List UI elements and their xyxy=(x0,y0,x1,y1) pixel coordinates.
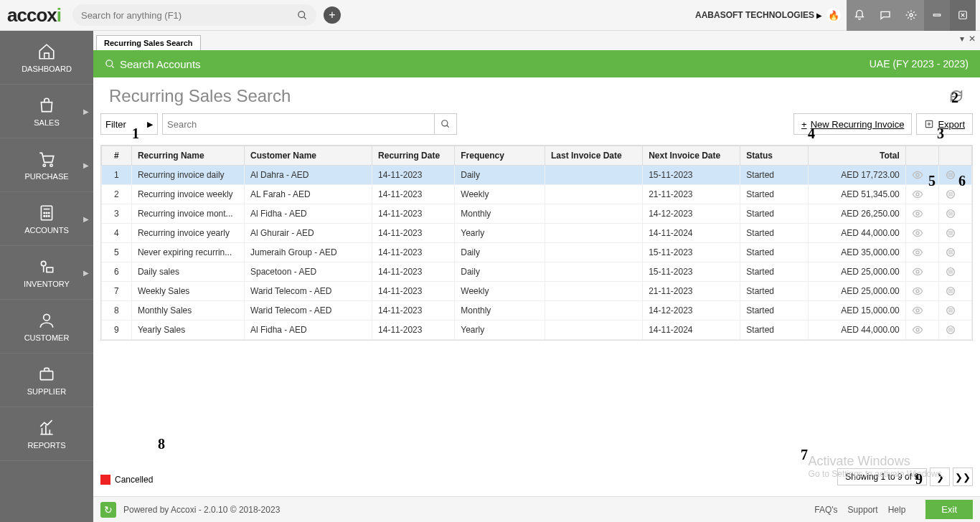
filter-search-input[interactable] xyxy=(167,119,413,130)
tab-close-icon[interactable]: ✕ xyxy=(969,34,976,44)
global-search-input[interactable] xyxy=(81,10,297,21)
svg-rect-35 xyxy=(948,195,953,196)
more-icon[interactable] xyxy=(938,262,971,282)
tab-recurring-sales-search[interactable]: Recurring Sales Search xyxy=(96,35,201,50)
table-row[interactable]: 3Recurring invoice mont...Al Fidha - AED… xyxy=(102,204,972,224)
table-row[interactable]: 1Recurring invoice dailyAl Dahra - AED14… xyxy=(102,166,972,185)
view-icon[interactable] xyxy=(905,321,938,340)
exit-button[interactable]: Exit xyxy=(925,500,973,519)
org-name[interactable]: AABASOFT TECHNOLOGIES xyxy=(695,10,814,20)
table-row[interactable]: 6Daily salesSpacetoon - AED14-11-2023Dai… xyxy=(102,262,972,282)
new-recurring-invoice-button[interactable]: + New Recurring Invoice xyxy=(793,113,912,135)
svg-point-26 xyxy=(916,174,919,176)
sidebar-item-purchase[interactable]: PURCHASE ▶ xyxy=(0,138,93,192)
tab-dropdown-icon[interactable]: ▾ xyxy=(960,34,964,44)
sidebar-item-label: DASHBOARD xyxy=(22,65,72,73)
cancelled-legend: Cancelled xyxy=(100,475,153,485)
gear-icon[interactable] xyxy=(898,0,924,31)
svg-rect-44 xyxy=(948,232,953,233)
last-page-button[interactable]: ❯❯ xyxy=(953,468,973,486)
add-icon[interactable]: + xyxy=(324,6,341,24)
app-logo: accoxi xyxy=(7,4,61,27)
svg-rect-53 xyxy=(948,270,953,270)
view-icon[interactable] xyxy=(905,282,938,301)
svg-rect-30 xyxy=(948,176,953,176)
sidebar-item-customer[interactable]: CUSTOMER xyxy=(0,300,93,353)
svg-point-19 xyxy=(44,314,50,321)
filter-button[interactable]: Filter ▶ xyxy=(100,113,158,135)
sidebar-item-inventory[interactable]: INVENTORY ▶ xyxy=(0,246,93,300)
table-row[interactable]: 8Monthly SalesWarid Telecom - AED14-11-2… xyxy=(102,301,972,321)
global-search[interactable] xyxy=(72,4,316,26)
view-icon[interactable] xyxy=(905,262,938,282)
sidebar-item-dashboard[interactable]: DASHBOARD xyxy=(0,31,93,85)
support-link[interactable]: Support xyxy=(848,505,878,515)
more-icon[interactable] xyxy=(938,321,971,340)
table-row[interactable]: 5Never expiring recurrin...Jumeraih Grou… xyxy=(102,243,972,262)
svg-point-16 xyxy=(48,215,50,217)
table-row[interactable]: 4Recurring invoice yearlyAl Ghurair - AE… xyxy=(102,224,972,243)
svg-line-1 xyxy=(303,16,306,19)
filter-search[interactable] xyxy=(162,113,435,135)
powered-by: Powered by Accoxi - 2.0.10 © 2018-2023 xyxy=(123,505,280,515)
more-icon[interactable] xyxy=(938,301,971,321)
view-icon[interactable] xyxy=(905,204,938,224)
table-row[interactable]: 7Weekly SalesWarid Telecom - AED14-11-20… xyxy=(102,282,972,301)
minimize-icon[interactable] xyxy=(924,0,950,31)
svg-point-2 xyxy=(910,14,913,16)
red-square-icon xyxy=(100,475,110,485)
svg-point-46 xyxy=(916,251,919,254)
inventory-icon xyxy=(37,257,56,276)
svg-rect-43 xyxy=(948,231,953,232)
svg-point-0 xyxy=(298,11,305,17)
more-icon[interactable] xyxy=(938,243,971,262)
fire-icon[interactable]: 🔥 xyxy=(826,8,841,22)
refresh-icon[interactable] xyxy=(948,88,964,104)
svg-rect-65 xyxy=(948,311,953,312)
close-icon[interactable] xyxy=(950,0,976,31)
sidebar-item-supplier[interactable]: SUPPLIER xyxy=(0,353,93,407)
data-grid: # Recurring NameCustomer NameRecurring D… xyxy=(100,145,973,341)
more-icon[interactable] xyxy=(938,166,971,185)
next-page-button[interactable]: ❯ xyxy=(930,468,950,486)
table-row[interactable]: 2Recurring invoice weeklyAL Farah - AED1… xyxy=(102,185,972,204)
svg-point-14 xyxy=(44,215,45,217)
more-icon[interactable] xyxy=(938,185,971,204)
chevron-right-icon: ▶ xyxy=(816,11,822,19)
view-icon[interactable] xyxy=(905,301,938,321)
bell-icon[interactable] xyxy=(847,0,872,31)
svg-line-24 xyxy=(447,125,449,128)
more-icon[interactable] xyxy=(938,282,971,301)
svg-rect-64 xyxy=(948,310,953,310)
bag-icon xyxy=(37,96,56,115)
sidebar-item-sales[interactable]: SALES ▶ xyxy=(0,85,93,138)
button-label: New Recurring Invoice xyxy=(811,119,905,130)
help-link[interactable]: Help xyxy=(888,505,906,515)
faq-link[interactable]: FAQ's xyxy=(814,505,837,515)
svg-point-23 xyxy=(442,120,448,126)
search-button[interactable] xyxy=(434,113,457,135)
view-icon[interactable] xyxy=(905,166,938,185)
svg-point-13 xyxy=(48,212,50,214)
svg-point-36 xyxy=(916,212,919,215)
svg-point-15 xyxy=(46,215,47,217)
sidebar-item-accounts[interactable]: ACCOUNTS ▶ xyxy=(0,192,93,246)
export-button[interactable]: Export xyxy=(916,113,973,135)
svg-rect-60 xyxy=(948,292,953,293)
topbar: accoxi + AABASOFT TECHNOLOGIES ▶ 🔥 xyxy=(0,0,980,31)
view-icon[interactable] xyxy=(905,224,938,243)
more-icon[interactable] xyxy=(938,204,971,224)
svg-rect-38 xyxy=(948,212,953,212)
table-row[interactable]: 9Yearly SalesAl Fidha - AED14-11-2023Yea… xyxy=(102,321,972,340)
svg-rect-59 xyxy=(948,290,953,291)
view-icon[interactable] xyxy=(905,243,938,262)
footer: ↻ Powered by Accoxi - 2.0.10 © 2018-2023… xyxy=(93,496,980,522)
sidebar-item-label: SALES xyxy=(34,118,59,127)
more-icon[interactable] xyxy=(938,224,971,243)
sidebar-item-label: ACCOUNTS xyxy=(24,226,69,234)
svg-rect-39 xyxy=(948,213,953,214)
chat-icon[interactable] xyxy=(872,0,898,31)
chevron-right-icon: ▶ xyxy=(83,269,89,277)
view-icon[interactable] xyxy=(905,185,938,204)
sidebar-item-reports[interactable]: REPORTS xyxy=(0,407,93,461)
